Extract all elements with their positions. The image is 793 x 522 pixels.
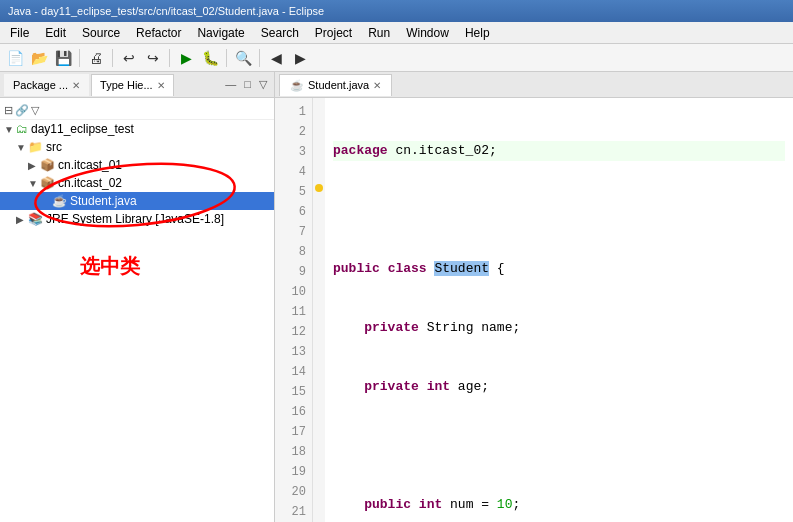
menu-help[interactable]: Help	[459, 24, 496, 42]
toolbar-open[interactable]: 📂	[28, 47, 50, 69]
expand-project[interactable]: ▼	[4, 124, 14, 135]
toolbar-save[interactable]: 💾	[52, 47, 74, 69]
toolbar-run[interactable]: ▶	[175, 47, 197, 69]
code-line-4: private String name;	[333, 318, 785, 338]
toolbar-sep-5	[259, 49, 260, 67]
warning-indicator	[315, 184, 323, 192]
tab-package-close[interactable]: ✕	[72, 80, 80, 91]
type-hierarchy-label: Type Hie...	[100, 79, 153, 91]
student-label: Student.java	[70, 194, 137, 208]
tab-toolbar: — □ ▽	[222, 77, 270, 92]
title-bar: Java - day11_eclipse_test/src/cn/itcast_…	[0, 0, 793, 22]
right-panel: ☕ Student.java ✕ 1 2 3 4 5 6 7 8 9 10 11…	[275, 72, 793, 522]
code-line-3: public class Student {	[333, 259, 785, 279]
code-line-2	[333, 200, 785, 220]
pkg01-label: cn.itcast_01	[58, 158, 122, 172]
editor-tab-student[interactable]: ☕ Student.java ✕	[279, 74, 392, 96]
editor-tab-close[interactable]: ✕	[373, 80, 381, 91]
toolbar-sep-4	[226, 49, 227, 67]
code-line-1: package cn.itcast_02;	[333, 141, 785, 161]
tree-menu-btn[interactable]: ▽	[31, 104, 39, 117]
tab-type-close[interactable]: ✕	[157, 80, 165, 91]
pkg02-icon: 📦	[40, 176, 55, 190]
src-icon: 📁	[28, 140, 43, 154]
project-label: day11_eclipse_test	[31, 122, 134, 136]
menu-navigate[interactable]: Navigate	[191, 24, 250, 42]
tree-item-pkg02[interactable]: ▼ 📦 cn.itcast_02	[0, 174, 274, 192]
toolbar-new[interactable]: 📄	[4, 47, 26, 69]
gutter	[313, 98, 325, 522]
menu-source[interactable]: Source	[76, 24, 126, 42]
src-label: src	[46, 140, 62, 154]
code-line-6	[333, 436, 785, 456]
toolbar-undo[interactable]: ↩	[118, 47, 140, 69]
editor-tab-label: Student.java	[308, 79, 369, 91]
jre-label: JRE System Library [JavaSE-1.8]	[46, 212, 224, 226]
tree-item-pkg01[interactable]: ▶ 📦 cn.itcast_01	[0, 156, 274, 174]
left-panel: Package ... ✕ Type Hie... ✕ — □ ▽ ⊟ 🔗 ▽	[0, 72, 275, 522]
line-numbers: 1 2 3 4 5 6 7 8 9 10 11 12 13 14 15 16 1…	[275, 98, 313, 522]
tree-toolbar: ⊟ 🔗 ▽	[0, 102, 274, 120]
menu-project[interactable]: Project	[309, 24, 358, 42]
toolbar-debug[interactable]: 🐛	[199, 47, 221, 69]
project-icon: 🗂	[16, 122, 28, 136]
tree-link-btn[interactable]: 🔗	[15, 104, 29, 117]
code-area[interactable]: 1 2 3 4 5 6 7 8 9 10 11 12 13 14 15 16 1…	[275, 98, 793, 522]
toolbar-redo[interactable]: ↪	[142, 47, 164, 69]
toolbar-sep-1	[79, 49, 80, 67]
code-line-7: public int num = 10;	[333, 495, 785, 515]
code-line-5: private int age;	[333, 377, 785, 397]
toolbar-search[interactable]: 🔍	[232, 47, 254, 69]
tab-package-explorer[interactable]: Package ... ✕	[4, 74, 89, 96]
editor-tab-icon: ☕	[290, 79, 304, 92]
toolbar-sep-2	[112, 49, 113, 67]
jre-icon: 📚	[28, 212, 43, 226]
menu-search[interactable]: Search	[255, 24, 305, 42]
toolbar-sep-3	[169, 49, 170, 67]
expand-pkg01[interactable]: ▶	[28, 160, 38, 171]
main-layout: Package ... ✕ Type Hie... ✕ — □ ▽ ⊟ 🔗 ▽	[0, 72, 793, 522]
toolbar: 📄 📂 💾 🖨 ↩ ↪ ▶ 🐛 🔍 ◀ ▶	[0, 44, 793, 72]
expand-jre[interactable]: ▶	[16, 214, 26, 225]
tree-view: ⊟ 🔗 ▽ ▼ 🗂 day11_eclipse_test ▼ 📁 src ▶	[0, 98, 274, 522]
toolbar-next[interactable]: ▶	[289, 47, 311, 69]
title-text: Java - day11_eclipse_test/src/cn/itcast_…	[8, 5, 324, 17]
annotation-text: 选中类	[80, 253, 140, 280]
editor-tabs: ☕ Student.java ✕	[275, 72, 793, 98]
view-menu-btn[interactable]: ▽	[256, 77, 270, 92]
tree-item-student[interactable]: ☕ Student.java	[0, 192, 274, 210]
tab-type-hierarchy[interactable]: Type Hie... ✕	[91, 74, 174, 96]
toolbar-prev[interactable]: ◀	[265, 47, 287, 69]
explorer-tabs: Package ... ✕ Type Hie... ✕ — □ ▽	[0, 72, 274, 98]
expand-pkg02[interactable]: ▼	[28, 178, 38, 189]
menu-file[interactable]: File	[4, 24, 35, 42]
expand-src[interactable]: ▼	[16, 142, 26, 153]
menu-refactor[interactable]: Refactor	[130, 24, 187, 42]
tree-collapse-btn[interactable]: ⊟	[4, 104, 13, 117]
pkg02-label: cn.itcast_02	[58, 176, 122, 190]
tree-item-project[interactable]: ▼ 🗂 day11_eclipse_test	[0, 120, 274, 138]
code-content[interactable]: package cn.itcast_02; public class Stude…	[325, 98, 793, 522]
tree-item-jre[interactable]: ▶ 📚 JRE System Library [JavaSE-1.8]	[0, 210, 274, 228]
package-explorer-label: Package ...	[13, 79, 68, 91]
menu-window[interactable]: Window	[400, 24, 455, 42]
menu-bar: File Edit Source Refactor Navigate Searc…	[0, 22, 793, 44]
maximize-btn[interactable]: □	[241, 77, 254, 92]
menu-run[interactable]: Run	[362, 24, 396, 42]
minimize-btn[interactable]: —	[222, 77, 239, 92]
menu-edit[interactable]: Edit	[39, 24, 72, 42]
pkg01-icon: 📦	[40, 158, 55, 172]
student-icon: ☕	[52, 194, 67, 208]
tree-item-src[interactable]: ▼ 📁 src	[0, 138, 274, 156]
toolbar-print[interactable]: 🖨	[85, 47, 107, 69]
